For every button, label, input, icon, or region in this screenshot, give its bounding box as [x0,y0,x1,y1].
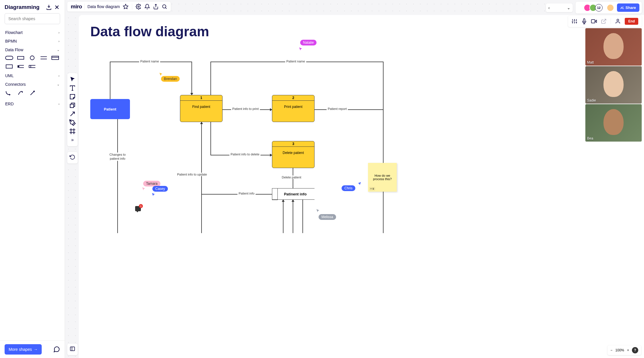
chevron-left-icon[interactable]: ‹ [548,5,550,10]
sticky-reactions-count: + 9 [369,187,375,191]
vertical-toolbox: » [67,73,78,146]
close-icon[interactable] [54,4,60,10]
more-chevron-icon[interactable]: ⌄ [567,5,570,10]
category-label: Connectors [5,82,26,87]
video-feed[interactable]: Sadie [585,66,642,104]
video-feed[interactable]: Matt [585,28,642,66]
search-icon[interactable] [162,4,167,9]
edge-label: Patient info to print [231,107,260,111]
zoom-in-icon[interactable]: + [627,348,629,352]
category-dataflow[interactable]: Data Flow⌄ [0,45,65,54]
connector [201,122,202,233]
shape-datastore2[interactable] [28,64,36,69]
shape-parallel-lines[interactable] [40,55,48,60]
video-feeds: Matt Sadie Bea [585,28,642,142]
shape-circle[interactable] [28,55,36,60]
text-tool-icon[interactable] [69,85,76,92]
connector-straight[interactable] [29,90,36,97]
zoom-out-icon[interactable]: − [610,348,612,352]
sticky-note[interactable]: How do we process this? + 9 [368,163,397,192]
screen-share-icon[interactable] [601,18,607,24]
cursor-pointer [141,186,146,192]
shape-rect-outline[interactable] [5,64,13,69]
star-icon[interactable] [123,4,129,9]
more-tools-icon[interactable]: » [69,136,76,143]
diagram-title: Data flow diagram [90,24,209,39]
settings-icon[interactable] [136,4,141,9]
node-number: 2 [272,95,314,101]
import-icon[interactable] [46,4,52,10]
node-number: 1 [180,95,222,101]
svg-point-16 [138,6,139,7]
node-delete-patient[interactable]: 3Delete patient [272,141,315,168]
miro-logo[interactable]: miro [71,3,85,10]
panel-toggle-icon[interactable] [67,344,78,355]
node-label: Print patient [272,101,314,113]
shape-datastore1[interactable] [17,64,25,69]
sliders-icon[interactable] [572,18,577,24]
connector [302,200,303,233]
feedback-icon[interactable] [53,346,60,353]
more-shapes-label: More shapes [9,347,32,352]
node-label: Patient [104,107,116,111]
cursor-tag-tamara: Tamara [143,181,160,186]
edge-label: Changes to patient info [104,153,131,161]
more-shapes-button[interactable]: More shapes→ [5,344,42,355]
cursor-pointer [316,208,320,214]
undo-button[interactable] [67,152,78,163]
shape-rect[interactable] [17,55,25,60]
shape-curved-rect[interactable] [5,55,13,60]
video-icon[interactable] [591,18,597,24]
zoom-value[interactable]: 100% [615,348,624,352]
board-name[interactable]: Data flow diagram [87,4,120,9]
node-number: 3 [272,141,314,147]
connector [210,62,211,95]
zoom-bar: − 100% + ? [607,345,641,355]
export-icon[interactable] [153,4,159,9]
current-user-avatar[interactable] [607,4,614,12]
svg-rect-47 [70,347,75,351]
connector-curved[interactable] [5,90,12,97]
shape-table[interactable] [51,55,59,60]
bell-icon[interactable] [144,4,150,9]
node-print-patient[interactable]: 2Print patient [272,95,315,122]
help-icon[interactable]: ? [632,347,638,353]
category-uml[interactable]: UML› [0,71,65,80]
category-connectors[interactable]: Connectors⌄ [0,80,65,89]
node-patient[interactable]: Patient [90,99,130,119]
avatar-stack[interactable]: 12 [584,4,603,12]
node-label: Delete patient [272,147,314,159]
feed-name: Sadie [587,98,596,102]
svg-line-18 [165,7,166,9]
category-erd[interactable]: ERD› [0,100,65,108]
edge-label: Delete patient [281,176,302,179]
search-input[interactable] [5,13,60,24]
edge-label: Patient report [327,107,348,111]
frame-tool-icon[interactable] [69,128,76,135]
category-bpmn[interactable]: BPMN› [0,37,65,45]
user-icon[interactable] [615,18,621,24]
node-find-patient[interactable]: 1Find patient [180,95,223,122]
svg-rect-1 [18,56,24,59]
category-flowchart[interactable]: Flowchart› [0,28,65,37]
node-patient-info[interactable]: Patinent info [272,188,315,200]
connector [110,62,110,99]
select-tool-icon[interactable] [69,76,76,83]
end-call-button[interactable]: End [625,18,638,25]
video-feed[interactable]: Bea [585,104,642,142]
pen-tool-icon[interactable] [69,119,76,126]
svg-rect-38 [591,20,595,23]
video-controls: End [568,16,642,27]
main-area: miro Data flow diagram ‹ ⌄ [65,0,644,358]
arrow-tool-icon[interactable] [69,111,76,117]
canvas[interactable]: Data flow diagram Patient 1Find patient … [79,15,644,358]
svg-rect-11 [29,65,31,68]
shape-tool-icon[interactable] [69,102,76,109]
connector [315,109,383,110]
mic-icon[interactable] [581,18,587,24]
comment-icon[interactable]: 1 [135,206,141,211]
connector-arc[interactable] [17,90,24,97]
category-label: Flowchart [5,30,23,35]
share-button[interactable]: Share [617,3,639,12]
sticky-tool-icon[interactable] [69,93,76,100]
